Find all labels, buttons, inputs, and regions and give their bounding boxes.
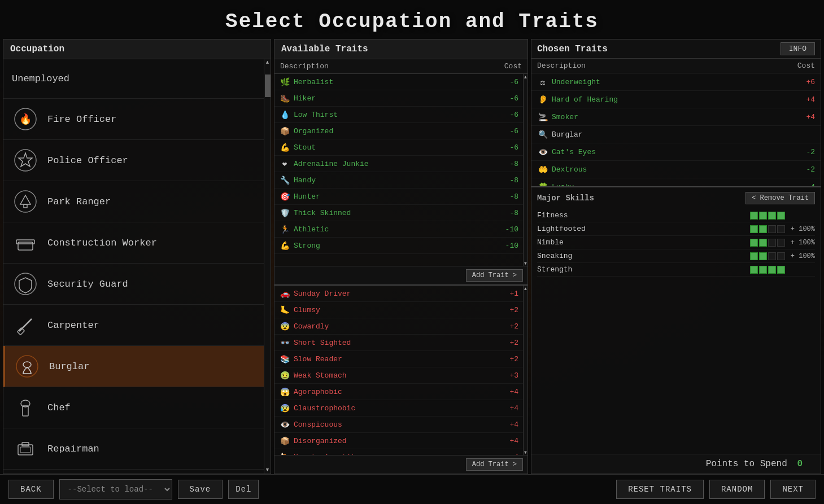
occ-scroll-down[interactable]: ▼: [264, 467, 271, 474]
trait-strong[interactable]: 💪 Strong -10: [274, 238, 523, 254]
trait-weak-stomach[interactable]: 🤢 Weak Stomach +3: [274, 367, 523, 384]
chosen-trait-smoker[interactable]: 🚬 Smoker +4: [531, 108, 821, 126]
reset-traits-button[interactable]: RESET TRAITS: [616, 480, 704, 499]
trait-low-thirst[interactable]: 💧 Low Thirst -6: [274, 107, 523, 123]
occ-scroll-thumb[interactable]: [265, 74, 271, 97]
strength-pip-2: [759, 266, 767, 274]
skill-sneaking: Sneaking + 100%: [537, 249, 815, 263]
fitness-bar: [750, 212, 785, 220]
sneaking-pip-2: [759, 252, 767, 260]
trait-hearty-appetite[interactable]: 🍖 Hearty Appetite +4: [274, 449, 523, 455]
chef-icon: [12, 394, 39, 421]
chosen-trait-burglar[interactable]: 🔍 Burglar: [531, 126, 821, 143]
trait-claustrophobic[interactable]: 😰 Claustrophobic +4: [274, 400, 523, 417]
cowardly-icon: 😨: [279, 321, 290, 332]
trait-short-sighted[interactable]: 👓 Short Sighted +2: [274, 335, 523, 351]
occupation-item-burglar[interactable]: Burglar: [3, 346, 264, 387]
positive-traits-section: Description Cost 🌿 Herbalist -6 🥾: [274, 59, 527, 284]
svg-rect-17: [20, 447, 30, 453]
occupation-list[interactable]: Unemployed 🔥 Fire Officer: [3, 59, 264, 474]
trait-agoraphobic[interactable]: 😱 Agoraphobic +4: [274, 384, 523, 400]
negative-traits-section: 🚗 Sunday Driver +1 🦶 Clumsy +2 😨: [274, 284, 527, 474]
add-trait-negative-button[interactable]: Add Trait >: [466, 458, 523, 471]
add-trait-positive-button[interactable]: Add Trait >: [466, 269, 523, 282]
fitness-pip-1: [750, 212, 758, 220]
footer: BACK --Select to load-- Save Del RESET T…: [0, 474, 824, 504]
trait-conspicuous[interactable]: 👁️ Conspicuous +4: [274, 417, 523, 433]
next-button[interactable]: NEXT: [770, 480, 816, 499]
positive-traits-scrollbar[interactable]: ▲ ▼: [523, 74, 527, 266]
trait-thick-skinned[interactable]: 🛡️ Thick Skinned -8: [274, 205, 523, 221]
trait-slow-reader[interactable]: 📚 Slow Reader +2: [274, 351, 523, 367]
chosen-trait-underweight[interactable]: ⚖️ Underweight +6: [531, 73, 821, 91]
occupation-scrollbar[interactable]: ▲ ▼: [264, 59, 271, 474]
trait-adrenaline-junkie[interactable]: ❤️ Adrenaline Junkie -8: [274, 156, 523, 172]
occupation-item-unemployed[interactable]: Unemployed: [3, 59, 264, 99]
chosen-col-header: Description Cost: [531, 59, 821, 73]
available-traits-header: Available Traits: [274, 40, 527, 59]
trait-athletic[interactable]: 🏃 Athletic -10: [274, 221, 523, 238]
chosen-trait-lucky[interactable]: 🍀 Lucky -4: [531, 178, 821, 186]
chosen-trait-cats-eyes[interactable]: 👁️ Cat's Eyes -2: [531, 143, 821, 161]
occupation-item-repairman[interactable]: Repairman: [3, 428, 264, 470]
occupation-item-police-officer[interactable]: Police Officer: [3, 140, 264, 181]
lightfooted-bar: [750, 225, 785, 233]
remove-trait-button[interactable]: < Remove Trait: [745, 192, 815, 204]
chosen-trait-hard-of-hearing[interactable]: 👂 Hard of Hearing +4: [531, 91, 821, 108]
occupation-item-chef[interactable]: Chef: [3, 387, 264, 428]
strength-pip-3: [768, 266, 776, 274]
random-button[interactable]: RANDOM: [709, 480, 765, 499]
hunter-icon: 🎯: [279, 191, 290, 202]
occupation-item-carpenter[interactable]: Carpenter: [3, 305, 264, 346]
negative-trait-list[interactable]: 🚗 Sunday Driver +1 🦶 Clumsy +2 😨: [274, 286, 523, 455]
strength-bar: [750, 266, 785, 274]
load-select[interactable]: --Select to load--: [59, 479, 172, 499]
svg-rect-7: [18, 242, 33, 250]
trait-handy[interactable]: 🔧 Handy -8: [274, 172, 523, 189]
trait-clumsy[interactable]: 🦶 Clumsy +2: [274, 302, 523, 318]
positive-trait-list[interactable]: 🌿 Herbalist -6 🥾 Hiker -6 💧: [274, 74, 523, 266]
page-title: Select Occupation and Traits: [0, 10, 824, 33]
fitness-pip-2: [759, 212, 767, 220]
del-button[interactable]: Del: [228, 480, 259, 499]
back-button[interactable]: BACK: [8, 480, 54, 499]
trait-stout[interactable]: 💪 Stout -6: [274, 139, 523, 156]
trait-cowardly[interactable]: 😨 Cowardly +2: [274, 318, 523, 335]
nimble-pip-4: [777, 239, 785, 247]
occupation-item-construction-worker[interactable]: Construction Worker: [3, 222, 264, 264]
pos-scroll-down[interactable]: ▼: [524, 260, 527, 266]
handy-icon: 🔧: [279, 174, 290, 186]
claustrophobic-icon: 😰: [279, 402, 290, 414]
occupation-item-park-ranger[interactable]: Park Ranger: [3, 181, 264, 222]
chosen-trait-dextrous[interactable]: 🤲 Dextrous -2: [531, 161, 821, 178]
sneaking-bar: [750, 252, 785, 260]
occupation-item-fire-officer[interactable]: 🔥 Fire Officer: [3, 99, 264, 140]
fire-officer-icon: 🔥: [12, 106, 39, 133]
occupation-item-security-guard[interactable]: Security Guard: [3, 264, 264, 305]
trait-hunter[interactable]: 🎯 Hunter -8: [274, 189, 523, 205]
trait-disorganized[interactable]: 📦 Disorganized +4: [274, 433, 523, 449]
neg-scroll-up[interactable]: ▲: [524, 286, 527, 291]
lightfooted-pip-1: [750, 225, 758, 233]
chosen-trait-list[interactable]: ⚖️ Underweight +6 👂 Hard of Hearing +4 🚬…: [531, 73, 821, 186]
thick-skinned-icon: 🛡️: [279, 207, 290, 218]
nimble-pip-3: [768, 239, 776, 247]
positive-traits-col-header: Description Cost: [274, 59, 527, 74]
occ-scroll-up[interactable]: ▲: [264, 59, 271, 66]
trait-organized[interactable]: 📦 Organized -6: [274, 123, 523, 139]
smoker-icon: 🚬: [537, 111, 548, 122]
strength-pip-1: [750, 266, 758, 274]
trait-sunday-driver[interactable]: 🚗 Sunday Driver +1: [274, 286, 523, 302]
save-button[interactable]: Save: [178, 480, 223, 499]
lightfooted-pip-4: [777, 225, 785, 233]
chosen-traits-header: Chosen Traits INFO: [531, 40, 821, 59]
trait-herbalist[interactable]: 🌿 Herbalist -6: [274, 74, 523, 90]
neg-scroll-down[interactable]: ▼: [524, 449, 527, 455]
pos-scroll-up[interactable]: ▲: [524, 74, 527, 80]
info-button[interactable]: INFO: [781, 42, 815, 55]
negative-traits-scrollbar[interactable]: ▲ ▼: [523, 286, 527, 455]
trait-hiker[interactable]: 🥾 Hiker -6: [274, 90, 523, 107]
svg-rect-18: [22, 442, 29, 446]
svg-line-10: [19, 319, 32, 331]
park-ranger-icon: [12, 188, 39, 215]
